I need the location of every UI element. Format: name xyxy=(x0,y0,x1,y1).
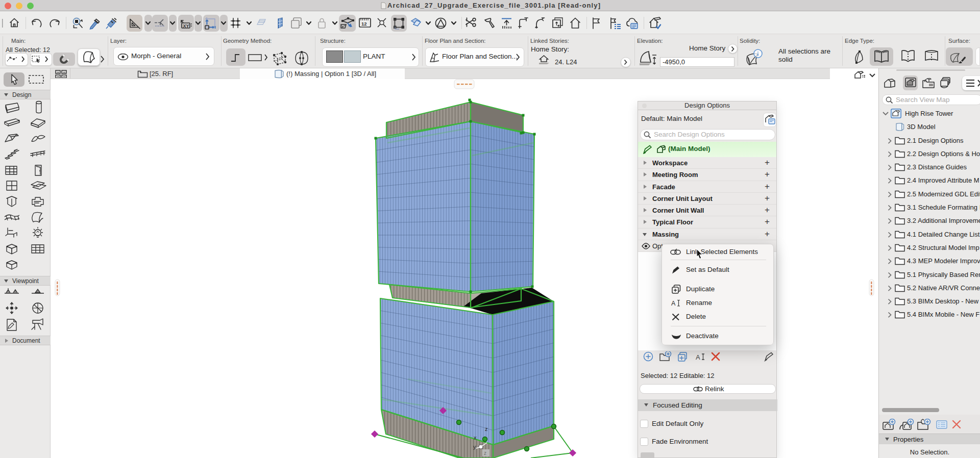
svg-text:x: x xyxy=(474,435,477,441)
svg-text:XY: XY xyxy=(183,23,189,29)
svg-text:A: A xyxy=(671,300,676,307)
svg-text:y: y xyxy=(473,444,476,450)
svg-text:12: 12 xyxy=(361,21,367,27)
svg-text:z: z xyxy=(484,450,486,456)
svg-text:A: A xyxy=(696,353,700,361)
svg-text:z: z xyxy=(485,426,488,432)
